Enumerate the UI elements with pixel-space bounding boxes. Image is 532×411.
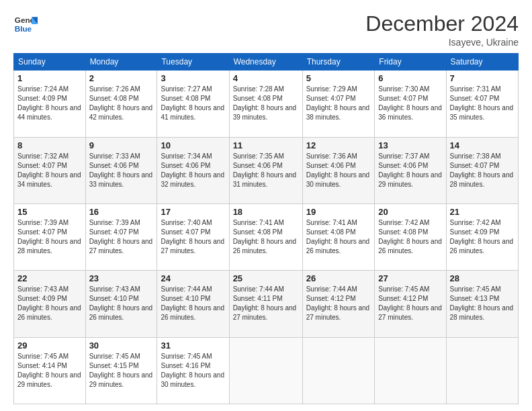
day-cell <box>229 337 302 404</box>
col-header-sunday: Sunday <box>14 54 86 71</box>
day-number: 3 <box>161 73 225 83</box>
day-cell: 22Sunrise: 7:43 AMSunset: 4:09 PMDayligh… <box>14 271 86 337</box>
day-info: Sunrise: 7:45 AMSunset: 4:14 PMDaylight:… <box>17 352 82 390</box>
week-row-2: 8Sunrise: 7:32 AMSunset: 4:07 PMDaylight… <box>14 137 519 203</box>
day-cell: 25Sunrise: 7:44 AMSunset: 4:11 PMDayligh… <box>229 271 302 337</box>
day-cell: 9Sunrise: 7:33 AMSunset: 4:06 PMDaylight… <box>85 137 157 203</box>
day-cell: 14Sunrise: 7:38 AMSunset: 4:07 PMDayligh… <box>446 137 518 203</box>
col-header-thursday: Thursday <box>302 54 375 71</box>
day-number: 27 <box>378 273 442 283</box>
day-number: 26 <box>306 273 371 283</box>
day-info: Sunrise: 7:38 AMSunset: 4:07 PMDaylight:… <box>450 152 515 189</box>
day-info: Sunrise: 7:36 AMSunset: 4:06 PMDaylight:… <box>306 152 371 189</box>
main-title: December 2024 <box>365 12 519 36</box>
week-row-1: 1Sunrise: 7:24 AMSunset: 4:09 PMDaylight… <box>14 71 519 137</box>
day-cell: 1Sunrise: 7:24 AMSunset: 4:09 PMDaylight… <box>14 71 86 137</box>
day-number: 13 <box>378 140 442 150</box>
day-cell: 21Sunrise: 7:42 AMSunset: 4:09 PMDayligh… <box>446 203 518 270</box>
day-info: Sunrise: 7:24 AMSunset: 4:09 PMDaylight:… <box>17 85 82 122</box>
day-cell: 15Sunrise: 7:39 AMSunset: 4:07 PMDayligh… <box>14 203 86 270</box>
day-number: 5 <box>306 73 371 83</box>
day-cell: 30Sunrise: 7:45 AMSunset: 4:15 PMDayligh… <box>85 337 157 404</box>
day-cell: 23Sunrise: 7:43 AMSunset: 4:10 PMDayligh… <box>85 271 157 337</box>
day-cell: 26Sunrise: 7:44 AMSunset: 4:12 PMDayligh… <box>302 271 375 337</box>
day-cell: 3Sunrise: 7:27 AMSunset: 4:08 PMDaylight… <box>157 71 229 137</box>
day-number: 15 <box>17 207 82 217</box>
day-number: 7 <box>450 73 515 83</box>
day-info: Sunrise: 7:45 AMSunset: 4:12 PMDaylight:… <box>378 285 442 322</box>
day-number: 21 <box>450 207 515 217</box>
day-cell: 24Sunrise: 7:44 AMSunset: 4:10 PMDayligh… <box>157 271 229 337</box>
day-number: 28 <box>450 273 515 283</box>
title-block: December 2024 Isayeve, Ukraine <box>365 12 519 48</box>
day-info: Sunrise: 7:41 AMSunset: 4:08 PMDaylight:… <box>306 218 371 256</box>
day-cell: 18Sunrise: 7:41 AMSunset: 4:08 PMDayligh… <box>229 203 302 270</box>
day-info: Sunrise: 7:26 AMSunset: 4:08 PMDaylight:… <box>89 85 154 122</box>
day-number: 1 <box>17 73 82 83</box>
day-info: Sunrise: 7:28 AMSunset: 4:08 PMDaylight:… <box>233 85 299 122</box>
day-number: 11 <box>233 140 299 150</box>
day-cell <box>446 337 518 404</box>
day-number: 2 <box>89 73 154 83</box>
day-cell: 27Sunrise: 7:45 AMSunset: 4:12 PMDayligh… <box>375 271 446 337</box>
subtitle: Isayeve, Ukraine <box>365 37 519 48</box>
day-info: Sunrise: 7:34 AMSunset: 4:06 PMDaylight:… <box>161 152 225 189</box>
day-cell: 17Sunrise: 7:40 AMSunset: 4:07 PMDayligh… <box>157 203 229 270</box>
day-info: Sunrise: 7:44 AMSunset: 4:11 PMDaylight:… <box>233 285 299 322</box>
day-info: Sunrise: 7:43 AMSunset: 4:10 PMDaylight:… <box>89 285 154 322</box>
day-cell <box>302 337 375 404</box>
day-cell: 16Sunrise: 7:39 AMSunset: 4:07 PMDayligh… <box>85 203 157 270</box>
week-row-4: 22Sunrise: 7:43 AMSunset: 4:09 PMDayligh… <box>14 271 519 337</box>
day-number: 16 <box>89 207 154 217</box>
svg-text:Blue: Blue <box>15 24 32 33</box>
day-info: Sunrise: 7:37 AMSunset: 4:06 PMDaylight:… <box>378 152 442 189</box>
day-info: Sunrise: 7:31 AMSunset: 4:07 PMDaylight:… <box>450 85 515 122</box>
day-number: 25 <box>233 273 299 283</box>
day-number: 6 <box>378 73 442 83</box>
day-info: Sunrise: 7:30 AMSunset: 4:07 PMDaylight:… <box>378 85 442 122</box>
day-number: 29 <box>17 340 82 351</box>
calendar-page: General Blue December 2024 Isayeve, Ukra… <box>0 0 532 411</box>
calendar-table: SundayMondayTuesdayWednesdayThursdayFrid… <box>13 53 519 404</box>
day-info: Sunrise: 7:41 AMSunset: 4:08 PMDaylight:… <box>233 218 299 256</box>
day-cell: 4Sunrise: 7:28 AMSunset: 4:08 PMDaylight… <box>229 71 302 137</box>
day-info: Sunrise: 7:45 AMSunset: 4:16 PMDaylight:… <box>161 352 225 390</box>
day-info: Sunrise: 7:32 AMSunset: 4:07 PMDaylight:… <box>17 152 82 189</box>
days-header-row: SundayMondayTuesdayWednesdayThursdayFrid… <box>14 54 519 71</box>
day-cell <box>375 337 446 404</box>
day-cell: 8Sunrise: 7:32 AMSunset: 4:07 PMDaylight… <box>14 137 86 203</box>
day-cell: 12Sunrise: 7:36 AMSunset: 4:06 PMDayligh… <box>302 137 375 203</box>
logo-icon: General Blue <box>13 12 38 36</box>
day-number: 17 <box>161 207 225 217</box>
day-info: Sunrise: 7:39 AMSunset: 4:07 PMDaylight:… <box>17 218 82 256</box>
day-number: 31 <box>161 340 225 351</box>
header: General Blue December 2024 Isayeve, Ukra… <box>13 12 519 48</box>
day-info: Sunrise: 7:39 AMSunset: 4:07 PMDaylight:… <box>89 218 154 256</box>
day-number: 24 <box>161 273 225 283</box>
day-cell: 7Sunrise: 7:31 AMSunset: 4:07 PMDaylight… <box>446 71 518 137</box>
day-info: Sunrise: 7:35 AMSunset: 4:06 PMDaylight:… <box>233 152 299 189</box>
day-info: Sunrise: 7:42 AMSunset: 4:08 PMDaylight:… <box>378 218 442 256</box>
day-info: Sunrise: 7:43 AMSunset: 4:09 PMDaylight:… <box>17 285 82 322</box>
day-number: 23 <box>89 273 154 283</box>
day-number: 30 <box>89 340 154 351</box>
day-info: Sunrise: 7:42 AMSunset: 4:09 PMDaylight:… <box>450 218 515 256</box>
logo: General Blue <box>13 12 40 36</box>
day-info: Sunrise: 7:45 AMSunset: 4:13 PMDaylight:… <box>450 285 515 322</box>
day-number: 20 <box>378 207 442 217</box>
day-cell: 10Sunrise: 7:34 AMSunset: 4:06 PMDayligh… <box>157 137 229 203</box>
day-number: 18 <box>233 207 299 217</box>
day-cell: 20Sunrise: 7:42 AMSunset: 4:08 PMDayligh… <box>375 203 446 270</box>
day-number: 10 <box>161 140 225 150</box>
day-number: 4 <box>233 73 299 83</box>
day-cell: 13Sunrise: 7:37 AMSunset: 4:06 PMDayligh… <box>375 137 446 203</box>
day-number: 22 <box>17 273 82 283</box>
day-cell: 31Sunrise: 7:45 AMSunset: 4:16 PMDayligh… <box>157 337 229 404</box>
col-header-wednesday: Wednesday <box>229 54 302 71</box>
day-number: 12 <box>306 140 371 150</box>
week-row-5: 29Sunrise: 7:45 AMSunset: 4:14 PMDayligh… <box>14 337 519 404</box>
col-header-friday: Friday <box>375 54 446 71</box>
day-info: Sunrise: 7:44 AMSunset: 4:10 PMDaylight:… <box>161 285 225 322</box>
day-info: Sunrise: 7:45 AMSunset: 4:15 PMDaylight:… <box>89 352 154 390</box>
day-number: 8 <box>17 140 82 150</box>
